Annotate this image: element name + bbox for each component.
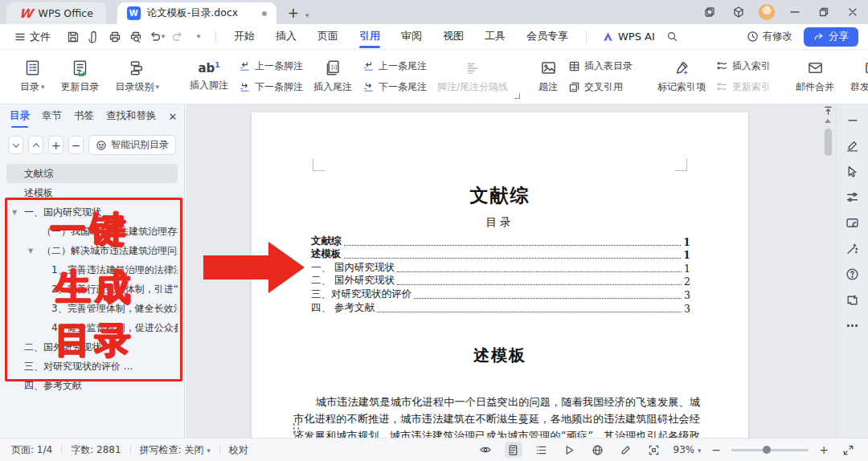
group-send-button[interactable]: 群发工具▾ <box>845 57 868 96</box>
collapse-caret-icon[interactable]: ▼ <box>28 247 33 255</box>
select-cursor-icon[interactable] <box>844 164 862 179</box>
caption-button[interactable]: 题注 <box>533 57 563 96</box>
zoom-slider[interactable] <box>731 449 809 451</box>
quickbar-more-chevron-icon[interactable]: ▾ <box>189 27 208 47</box>
footnote-dialog-launcher-icon[interactable] <box>514 93 520 99</box>
tab-insert[interactable]: 插入 <box>265 24 307 50</box>
save-button[interactable] <box>63 27 83 47</box>
panel-close-icon[interactable]: ✕ <box>169 111 178 123</box>
toc-expand-button[interactable] <box>8 136 23 154</box>
export-pdf-button[interactable] <box>84 27 104 47</box>
more-tools-icon[interactable] <box>844 318 862 333</box>
toc-collapse-button[interactable] <box>28 136 43 154</box>
tab-home[interactable]: 开始 <box>223 24 265 50</box>
toc-item[interactable]: ▼一、国内研究现状 <box>6 202 178 222</box>
magic-wand-icon[interactable] <box>844 241 862 256</box>
ink-pen-icon[interactable] <box>617 442 635 458</box>
word-count[interactable]: 字数: 2881 <box>71 443 121 457</box>
mark-index-button[interactable]: 标记索引项 <box>652 57 711 96</box>
toc-item[interactable]: 4、健全监督机制，促进公众参 ... <box>6 318 178 337</box>
split-view-icon[interactable] <box>701 4 719 20</box>
panel-tab-chapter[interactable]: 章节 <box>42 104 62 129</box>
user-avatar[interactable] <box>759 4 775 20</box>
toc-item[interactable]: 文献综 <box>6 164 178 183</box>
tab-review[interactable]: 审阅 <box>391 24 432 50</box>
toc-entry[interactable]: 二、 国外研究现状2 <box>311 275 690 288</box>
body-paragraph[interactable]: 城市违法建筑是城市化进程中一个日益突出的问题，随着我国经济的飞速发展、城市化进程… <box>293 394 700 438</box>
search-icon[interactable] <box>663 27 682 47</box>
adjust-sliders-icon[interactable] <box>844 190 862 205</box>
share-button[interactable]: 分享 <box>804 27 858 47</box>
annotate-pen-icon[interactable] <box>844 138 862 153</box>
document-tab[interactable]: W 论文模板-目录.docx <box>117 2 276 24</box>
zoom-percentage[interactable]: 93% ▾ <box>674 444 702 455</box>
proofread-button[interactable]: 校对 <box>229 443 248 457</box>
toc-zoom-in-button[interactable]: + <box>48 136 63 154</box>
toc-entry[interactable]: 一、 国内研究现状1 <box>311 261 690 275</box>
collapse-caret-icon[interactable]: ▼ <box>12 209 17 216</box>
read-mode-eye-icon[interactable] <box>477 442 494 458</box>
insert-footnote-button[interactable]: ab1 插入脚注 <box>184 59 234 95</box>
toc-item[interactable]: 四、参考文献 <box>6 376 178 395</box>
wps-home-tab[interactable]: W WPS Office <box>6 2 106 24</box>
toc-item[interactable]: 二、国外研究现状 <box>6 337 178 357</box>
wps-ai-button[interactable]: WPS AI <box>594 31 663 43</box>
new-tab-button[interactable]: + <box>276 5 305 24</box>
tab-tools[interactable]: 工具 <box>474 24 516 50</box>
toc-item[interactable]: 3、完善管理体制，健全长效治 ... <box>6 299 178 318</box>
toc-menu-button[interactable]: 目录▾ <box>14 57 51 96</box>
tab-member[interactable]: 会员专享 <box>516 24 579 50</box>
page-indicator[interactable]: 页面: 1/4 <box>11 443 52 457</box>
smart-identify-toc-button[interactable]: 智能识别目录 <box>88 135 176 155</box>
help-icon[interactable] <box>844 267 862 282</box>
update-toc-button[interactable]: 更新目录 <box>55 57 105 96</box>
fullscreen-icon[interactable] <box>839 442 857 458</box>
tab-list-chevron-icon[interactable]: ▾ <box>305 12 309 24</box>
sync-status[interactable]: 有修改 <box>747 30 793 43</box>
scroll-up-arrow-icon[interactable] <box>825 119 831 123</box>
file-menu-button[interactable]: 文件 <box>10 30 55 44</box>
redo-button[interactable] <box>168 27 187 47</box>
spellcheck-status[interactable]: 拼写检查: 关闭 ▾ <box>140 443 211 457</box>
toc-zoom-out-button[interactable]: − <box>68 136 84 154</box>
tab-page[interactable]: 页面 <box>307 24 349 50</box>
toc-item[interactable]: 述模板 <box>6 183 178 202</box>
panel-tab-bookmark[interactable]: 书签 <box>74 104 94 129</box>
tab-references[interactable]: 引用 <box>349 24 391 50</box>
toc-item[interactable]: 1、完善违法建筑治理的法律法 ... <box>6 260 178 279</box>
collapse-toolbar-icon[interactable] <box>844 112 862 128</box>
undo-button[interactable]: ▾ <box>147 27 166 47</box>
zoom-slider-knob[interactable] <box>763 446 771 454</box>
tab-view[interactable]: 视图 <box>432 24 474 50</box>
focus-mode-icon[interactable] <box>645 442 663 458</box>
toc-item[interactable]: （一）我国城市违法建筑治理存在 ... <box>6 222 178 241</box>
zoom-in-button[interactable]: + <box>819 443 829 456</box>
toc-item[interactable]: 2、完善行政执法体制，引进“ ... <box>6 279 178 299</box>
insert-endnote-button[interactable]: [i] 插入尾注 <box>308 57 358 96</box>
prev-endnote-button[interactable]: 上一条尾注 <box>362 59 427 73</box>
zoom-out-button[interactable]: − <box>712 443 722 456</box>
print-preview-button[interactable] <box>126 27 145 47</box>
toc-entry[interactable]: 述模板1 <box>311 248 690 262</box>
next-footnote-button[interactable]: 下一条脚注 <box>239 80 303 94</box>
extract-content-icon[interactable] <box>844 215 862 230</box>
app-center-cube-icon[interactable] <box>730 4 747 20</box>
toc-level-button[interactable]: 目录级别▾ <box>110 57 166 96</box>
vertical-scrollbar-thumb[interactable] <box>825 129 832 156</box>
toc-entry[interactable]: 四、 参考文献3 <box>311 301 690 315</box>
insert-table-toc-button[interactable]: 插入表目录 <box>568 59 633 73</box>
footnote-separator-button[interactable]: 脚注/尾注分隔线 <box>432 58 514 96</box>
page-view-icon[interactable] <box>505 442 522 458</box>
close-button[interactable] <box>844 4 862 20</box>
toc-item[interactable]: ▼（二）解决城市违法建筑治理问题 ... <box>6 241 178 260</box>
custom-tools-icon[interactable] <box>844 292 862 308</box>
play-presentation-icon[interactable] <box>561 442 579 458</box>
toc-entry[interactable]: 三、对研究现状的评价3 <box>311 288 690 301</box>
scroll-to-top-icon[interactable] <box>823 105 833 116</box>
prev-footnote-button[interactable]: 上一条脚注 <box>239 59 303 73</box>
outline-view-icon[interactable] <box>533 442 551 458</box>
update-index-button[interactable]: 更新索引 <box>716 80 771 94</box>
mail-merge-button[interactable]: 邮件合并 <box>790 57 840 96</box>
panel-tab-find-replace[interactable]: 查找和替换 <box>106 104 157 129</box>
toc-entry[interactable]: 文献综1 <box>311 235 690 248</box>
